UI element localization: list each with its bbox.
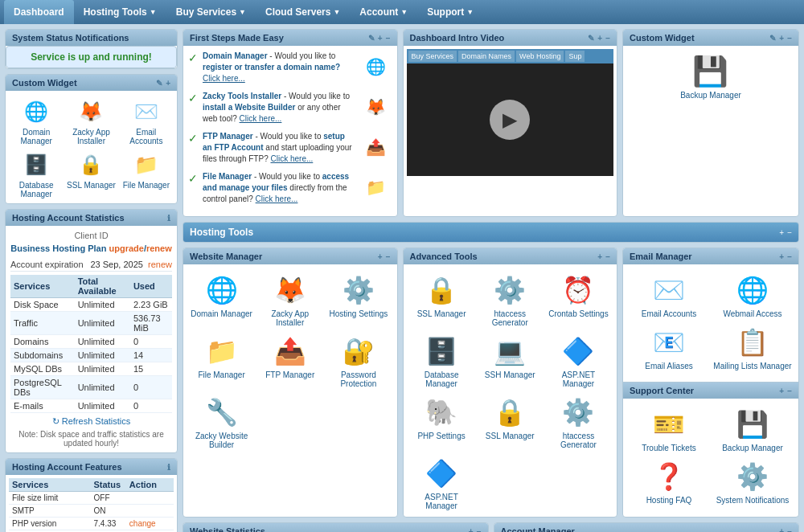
website-stats-box: Website Statistics + − 📊 Access & Error … xyxy=(183,522,489,532)
mailing-lists-tool[interactable]: 📋 Mailing Lists Manager xyxy=(713,323,792,370)
plus-icon[interactable]: + xyxy=(378,34,383,43)
tool-website-builder[interactable]: 🔧 Zacky Website Builder xyxy=(190,393,253,449)
pencil-icon[interactable]: ✎ xyxy=(156,79,162,88)
nav-buy-services[interactable]: Buy Services ▼ xyxy=(166,0,256,24)
video-tab-buy[interactable]: Buy Services xyxy=(408,51,457,62)
widget-zacky-installer[interactable]: 🦊 Zacky App Installer xyxy=(65,96,117,145)
plus-icon[interactable]: + xyxy=(779,527,784,533)
minus-icon[interactable]: − xyxy=(477,527,482,533)
hosting-features-header: Hosting Account Features ℹ xyxy=(6,459,177,475)
minus-icon[interactable]: − xyxy=(386,252,391,261)
website-manager-box: Website Manager + − 🌐 Domain Manager 🦊 Z… xyxy=(183,248,398,518)
tool-hosting-settings[interactable]: ⚙️ Hosting Settings xyxy=(326,271,390,327)
widget-domain-manager[interactable]: 🌐 Domain Manager xyxy=(10,96,62,145)
adv-aspnet2[interactable]: 🔷 ASP.NET Manager xyxy=(410,454,474,510)
steps-content: ✓ Domain Manager - Would you like to reg… xyxy=(183,46,397,216)
chevron-down-icon: ▼ xyxy=(333,8,340,16)
adv-ssh[interactable]: 💻 SSH Manager xyxy=(478,332,542,388)
widget-icon-grid: 🌐 Domain Manager 🦊 Zacky App Installer ✉… xyxy=(6,91,177,203)
system-notifications-tool[interactable]: ⚙️ System Notifications xyxy=(713,457,792,505)
info-icon[interactable]: ℹ xyxy=(167,214,170,223)
pencil-icon[interactable]: ✎ xyxy=(769,34,776,43)
video-tab-sup[interactable]: Sup xyxy=(565,51,585,62)
minus-icon[interactable]: − xyxy=(787,34,792,43)
tool-ftp-manager[interactable]: 📤 FTP Manager xyxy=(258,332,322,388)
tool-zacky-installer[interactable]: 🦊 Zacky App Installer xyxy=(258,271,322,327)
adv-aspnet[interactable]: 🔷 ASP.NET Manager xyxy=(547,332,610,388)
advanced-tools-grid: 🔒 SSL Manager ⚙️ htaccess Generator ⏰ Cr… xyxy=(404,264,617,517)
plus-icon[interactable]: + xyxy=(779,34,784,43)
trouble-tickets-tool[interactable]: 🎫 Trouble Tickets xyxy=(630,405,708,452)
adv-crontab[interactable]: ⏰ Crontab Settings xyxy=(547,271,610,327)
plus-icon[interactable]: + xyxy=(378,252,383,261)
custom-widget-right-title: Custom Widget xyxy=(630,33,695,43)
backup-manager-widget[interactable]: 💾 Backup Manager xyxy=(680,52,741,100)
widget-file-manager[interactable]: 📁 File Manager xyxy=(121,149,172,198)
advanced-tools-title: Advanced Tools xyxy=(410,252,478,261)
play-button[interactable]: ▶ xyxy=(490,100,530,140)
plus-icon[interactable]: + xyxy=(469,527,474,533)
tool-password-protection[interactable]: 🔐 Password Protection xyxy=(326,332,390,388)
nav-dashboard[interactable]: Dashboard xyxy=(4,0,74,24)
webmail-access-tool[interactable]: 🌐 Webmail Access xyxy=(713,271,792,318)
widget-database-manager[interactable]: 🗄️ Database Manager xyxy=(10,149,62,198)
plus-icon[interactable]: + xyxy=(166,79,170,88)
adv-ssl-manager[interactable]: 🔒 SSL Manager xyxy=(410,271,474,327)
backup-manager-tool[interactable]: 💾 Backup Manager xyxy=(713,405,792,452)
nav-cloud-servers[interactable]: Cloud Servers ▼ xyxy=(256,0,350,24)
adv-htaccess-gen[interactable]: ⚙️ htaccess Generator xyxy=(478,271,542,327)
step-domain: ✓ Domain Manager - Would you like to reg… xyxy=(188,51,392,84)
table-row: DomainsUnlimited0 xyxy=(10,335,172,349)
pencil-icon[interactable]: ✎ xyxy=(588,34,594,43)
nav-account[interactable]: Account ▼ xyxy=(350,0,417,24)
hosting-faq-tool[interactable]: ❓ Hosting FAQ xyxy=(630,457,708,505)
plus-icon[interactable]: + xyxy=(779,252,784,261)
nav-hosting-tools[interactable]: Hosting Tools ▼ xyxy=(74,0,166,24)
renew-link-plan[interactable]: renew xyxy=(146,243,172,253)
minus-icon[interactable]: − xyxy=(386,34,391,43)
nav-support[interactable]: Support ▼ xyxy=(417,0,483,24)
minus-icon[interactable]: − xyxy=(605,34,610,43)
expiration-row: Account expiration 23 Sep, 2025 renew xyxy=(10,258,172,272)
video-player[interactable]: ▶ xyxy=(407,63,614,176)
plus-icon[interactable]: + xyxy=(779,387,784,395)
pencil-icon[interactable]: ✎ xyxy=(368,34,375,43)
adv-php-settings[interactable]: 🐘 PHP Settings xyxy=(410,393,474,449)
email-aliases-tool[interactable]: 📧 Email Aliases xyxy=(630,323,708,370)
plus-icon[interactable]: + xyxy=(597,34,602,43)
zacky-icon: 🦊 xyxy=(360,91,392,123)
domain-icon: 🌐 xyxy=(360,51,392,83)
adv-htaccess-gen2[interactable]: ⚙️ htaccess Generator xyxy=(547,393,610,449)
minus-icon[interactable]: − xyxy=(787,252,792,261)
video-tab-domains[interactable]: Domain Names xyxy=(458,51,515,62)
adv-database[interactable]: 🗄️ Database Manager xyxy=(410,332,474,388)
features-content: Services Status Action File size limit O… xyxy=(6,475,177,532)
minus-icon[interactable]: − xyxy=(787,387,792,395)
php-change-link[interactable]: change xyxy=(129,519,156,528)
renew-link[interactable]: renew xyxy=(148,260,172,269)
plus-icon[interactable]: + xyxy=(779,228,784,237)
adv-ssl-manager2[interactable]: 🔒 SSL Manager xyxy=(478,393,542,449)
upgrade-link[interactable]: upgrade xyxy=(109,243,143,253)
email-accounts-tool[interactable]: ✉️ Email Accounts xyxy=(630,271,708,318)
table-row: PostgreSQL DBsUnlimited0 xyxy=(10,376,172,399)
top-nav: Dashboard Hosting Tools ▼ Buy Services ▼… xyxy=(0,0,804,24)
info-icon-features[interactable]: ℹ xyxy=(167,463,170,472)
table-row: TrafficUnlimited536.73 MiB xyxy=(10,312,172,335)
minus-icon[interactable]: − xyxy=(787,228,792,237)
custom-widget-left-title: Custom Widget xyxy=(12,78,77,88)
system-status-header: System Status Notifications xyxy=(6,30,177,46)
stats-table: Services Total Available Used Disk Space… xyxy=(10,275,172,413)
support-center-grid: 🎫 Trouble Tickets 💾 Backup Manager ❓ Hos… xyxy=(623,399,798,511)
widget-ssl-manager[interactable]: 🔒 SSL Manager xyxy=(65,149,117,198)
check-icon: ✓ xyxy=(188,172,198,185)
advanced-tools-header: Advanced Tools + − xyxy=(404,248,617,264)
widget-email-accounts[interactable]: ✉️ Email Accounts xyxy=(121,96,172,145)
video-tab-hosting[interactable]: Web Hosting xyxy=(516,51,564,62)
plus-icon[interactable]: + xyxy=(597,252,602,261)
tool-domain-manager[interactable]: 🌐 Domain Manager xyxy=(190,271,253,327)
tool-file-manager[interactable]: 📁 File Manager xyxy=(190,332,253,388)
refresh-stats-link[interactable]: ↻ Refresh Statistics xyxy=(10,416,172,427)
minus-icon[interactable]: − xyxy=(605,252,610,261)
minus-icon[interactable]: − xyxy=(787,527,792,533)
